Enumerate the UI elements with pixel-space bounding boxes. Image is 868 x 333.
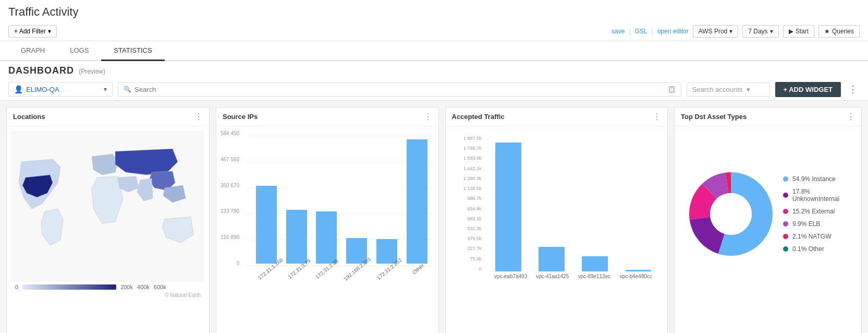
- tabs-bar: GRAPH LOGS STATISTICS: [0, 41, 868, 61]
- y-label-1: 584 450: [221, 130, 239, 136]
- widget-source-ips-body: 584 450 467 560 350 670 233 780 116 890 …: [216, 126, 438, 333]
- search-accounts-field[interactable]: Search accounts ▾: [687, 82, 770, 97]
- legend-instance: 54.9% Instance: [783, 175, 847, 183]
- widget-menu-icon[interactable]: ⋮: [424, 112, 432, 122]
- environment-dropdown[interactable]: AWS Prod ▾: [693, 25, 739, 38]
- environment-label: AWS Prod: [699, 28, 728, 35]
- acc-bar-vpc-41aa1425: [539, 247, 565, 271]
- widget-dst-body: 54.9% Instance 17.8% UnknownInternal 15.…: [675, 126, 861, 333]
- y-label-3: 350 670: [221, 183, 239, 188]
- toolbar: + Add Filter ▾ save | GSL | open editor …: [0, 22, 868, 41]
- acc-x-label-4: vpc-b4e480cc: [620, 273, 652, 279]
- legend-label-unknown: 17.8% UnknownInternal: [792, 188, 847, 203]
- chevron-down-icon: ▾: [770, 28, 773, 35]
- acc-y-1: 1 897.5k: [463, 136, 482, 141]
- acc-y-4: 1 442.1k: [463, 166, 482, 171]
- chevron-down-icon: ▾: [48, 28, 51, 35]
- chevron-down-icon: ▾: [104, 86, 107, 93]
- more-options-icon[interactable]: ⋮: [846, 81, 860, 97]
- widget-locations-title: Locations: [13, 113, 194, 121]
- legend-dot-natgw: [783, 234, 788, 239]
- open-editor-link[interactable]: open editor: [657, 28, 689, 35]
- save-link[interactable]: save: [612, 28, 625, 35]
- acc-y-5: 1 290.3k: [463, 176, 482, 181]
- legend-dot-unknown: [783, 193, 788, 198]
- widget-menu-icon[interactable]: ⋮: [653, 112, 661, 122]
- y-label-5: 116 890: [221, 234, 239, 240]
- map-legend-400k: 400k: [137, 284, 150, 290]
- legend-label-instance: 54.9% Instance: [792, 175, 836, 183]
- map-legend-gradient: [22, 284, 116, 290]
- acc-x-label-3: vpc-89e113ec: [578, 273, 610, 279]
- bar-172-31-1-168: [256, 186, 277, 264]
- widget-menu-icon[interactable]: ⋮: [194, 112, 203, 122]
- legend-dot-instance: [783, 176, 788, 182]
- donut-container: 54.9% Instance 17.8% UnknownInternal 15.…: [679, 130, 857, 298]
- main-content: Locations ⋮: [0, 101, 868, 333]
- widget-accepted-title: Accepted Traffic: [452, 113, 653, 121]
- queries-button[interactable]: ★ Queries: [818, 25, 860, 38]
- account-selector[interactable]: 👤 ELIMO-QA ▾: [8, 82, 113, 97]
- widget-locations: Locations ⋮: [6, 107, 210, 333]
- widget-dst-title: Top Dst Asset Types: [681, 113, 847, 121]
- bar-172-31-2-252: [376, 239, 397, 264]
- tab-statistics[interactable]: STATISTICS: [101, 41, 164, 61]
- acc-bar-vpc-eab7a493: [495, 142, 521, 271]
- add-filter-button[interactable]: + Add Filter ▾: [8, 25, 57, 38]
- legend-natgw: 2.1% NATGW: [783, 233, 847, 240]
- widget-locations-body: 0 200k 400k 600k © Natural Earth: [7, 126, 209, 333]
- acc-y-2: 1 745.7k: [463, 146, 482, 151]
- y-label-6: 0: [237, 260, 240, 266]
- widget-dst-header: Top Dst Asset Types ⋮: [675, 108, 861, 126]
- start-button[interactable]: ▶ Start: [783, 25, 814, 38]
- page-title: Traffic Activity: [0, 0, 868, 22]
- legend-label-elb: 9.9% ELB: [792, 220, 820, 228]
- bar-172-31-2-35: [316, 211, 337, 264]
- user-icon: 👤: [14, 85, 23, 93]
- time-range-dropdown[interactable]: 7 Days ▾: [742, 25, 778, 38]
- source-ips-x-labels: 172.31.1.168 172.31.3.79 172.31.2.35 192…: [249, 264, 434, 298]
- donut-legend: 54.9% Instance 17.8% UnknownInternal 15.…: [783, 175, 847, 253]
- legend-external: 15.2% External: [783, 208, 847, 215]
- tab-logs[interactable]: LOGS: [57, 41, 101, 61]
- star-icon: ★: [824, 28, 830, 35]
- toolbar-right: save | GSL | open editor AWS Prod ▾ 7 Da…: [612, 25, 860, 38]
- acc-y-10: 531.3k: [467, 226, 481, 231]
- add-filter-label: + Add Filter: [14, 28, 46, 35]
- acc-y-13: 75.9k: [470, 256, 481, 261]
- add-widget-button[interactable]: + ADD WIDGET: [775, 82, 841, 97]
- widget-source-ips-title: Source IPs: [223, 113, 424, 121]
- legend-elb: 9.9% ELB: [783, 220, 847, 228]
- bar-group-3: [314, 136, 340, 264]
- map-credit: © Natural Earth: [11, 292, 205, 298]
- acc-x-label-1: vpc-eab7a493: [494, 273, 527, 279]
- acc-y-14: 0: [479, 266, 481, 271]
- gsl-link[interactable]: GSL: [635, 28, 647, 35]
- account-label: ELIMO-QA: [26, 86, 59, 93]
- bar-group-5: [374, 136, 400, 264]
- donut-center: [710, 193, 752, 235]
- controls-bar: 👤 ELIMO-QA ▾ 🔍 📋 Search accounts ▾ + ADD…: [0, 78, 868, 101]
- legend-label-natgw: 2.1% NATGW: [792, 233, 831, 240]
- acc-x-label-2: vpc-41aa1425: [536, 273, 569, 279]
- search-input[interactable]: [135, 86, 668, 93]
- map-legend-600k: 600k: [154, 284, 166, 290]
- bar-group-1: [253, 136, 279, 264]
- search-accounts-label: Search accounts: [692, 86, 743, 93]
- widget-accepted-header: Accepted Traffic ⋮: [446, 108, 668, 126]
- bar-group-2: [284, 136, 310, 264]
- clipboard-icon[interactable]: 📋: [668, 86, 676, 93]
- legend-label-external: 15.2% External: [792, 208, 835, 215]
- accepted-bars: [484, 136, 664, 271]
- tab-graph[interactable]: GRAPH: [8, 41, 57, 61]
- acc-bar-group-1: [490, 136, 527, 271]
- acc-y-11: 379.5k: [467, 236, 481, 241]
- source-ips-y-axis: 584 450 467 560 350 670 233 780 116 890 …: [221, 130, 241, 266]
- search-bar: 🔍 📋: [118, 82, 681, 97]
- acc-bar-group-2: [533, 136, 570, 271]
- y-label-4: 233 780: [221, 208, 239, 214]
- bar-172-31-3-79: [286, 210, 307, 264]
- widget-menu-icon[interactable]: ⋮: [847, 112, 855, 122]
- donut-chart-svg: [689, 172, 773, 256]
- bar-group-4: [344, 136, 370, 264]
